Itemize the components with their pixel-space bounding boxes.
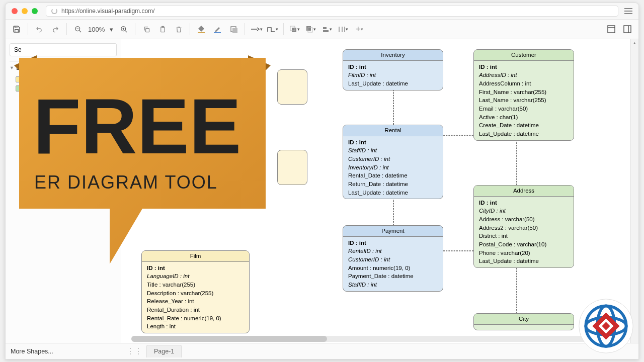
banner-title: FREE bbox=[33, 83, 241, 170]
zoom-dropdown-icon[interactable]: ▾ bbox=[107, 22, 115, 37]
footer: More Shapes... ⋮⋮ Page-1 bbox=[6, 343, 638, 359]
svg-line-1 bbox=[79, 30, 81, 32]
svg-rect-7 bbox=[145, 28, 149, 32]
visual-paradigm-logo-icon bbox=[577, 297, 635, 357]
entity-city-body bbox=[474, 325, 574, 330]
entity-customer[interactable]: Customer ID : intAddressID : intAddressC… bbox=[473, 49, 574, 141]
svg-rect-15 bbox=[292, 28, 296, 32]
url-bar[interactable]: https://online.visual-paradigm.com/ bbox=[46, 6, 618, 17]
entity-hidden-2[interactable] bbox=[277, 150, 307, 185]
page-grip-icon[interactable]: ⋮⋮ bbox=[126, 346, 142, 356]
svg-rect-19 bbox=[323, 27, 327, 29]
redo-button[interactable] bbox=[48, 22, 63, 37]
entity-hidden-1[interactable] bbox=[277, 69, 307, 105]
line-color-button[interactable] bbox=[210, 22, 225, 37]
entity-city[interactable]: City bbox=[473, 313, 574, 330]
svg-rect-20 bbox=[323, 30, 329, 32]
add-button[interactable]: +▾ bbox=[352, 22, 367, 37]
url-text: https://online.visual-paradigm.com/ bbox=[61, 8, 154, 15]
shadow-button[interactable] bbox=[226, 22, 241, 37]
svg-rect-26 bbox=[624, 26, 631, 33]
hamburger-menu-icon[interactable] bbox=[624, 8, 632, 14]
zoom-level[interactable]: 100% bbox=[86, 26, 107, 33]
entity-customer-body: ID : intAddressID : intAddressColumn : i… bbox=[474, 61, 574, 140]
banner-subtitle: ER DIAGRAM TOOL bbox=[34, 172, 218, 193]
to-back-button[interactable]: ▾ bbox=[303, 22, 318, 37]
svg-rect-13 bbox=[232, 28, 237, 33]
more-shapes-button[interactable]: More Shapes... bbox=[6, 343, 121, 359]
svg-rect-11 bbox=[214, 32, 221, 33]
zoom-in-button[interactable] bbox=[116, 22, 131, 37]
save-button[interactable] bbox=[9, 22, 24, 37]
waypoint-button[interactable]: ▾ bbox=[265, 22, 280, 37]
svg-rect-10 bbox=[198, 32, 205, 33]
outline-panel-button[interactable] bbox=[620, 22, 635, 37]
entity-inventory[interactable]: Inventory ID : intFilmID : intLast_Updat… bbox=[343, 49, 443, 90]
entity-rental[interactable]: Rental ID : intStaffID : intCustomerID :… bbox=[343, 125, 443, 199]
entity-payment[interactable]: Payment ID : intRentalID : intCustomerID… bbox=[343, 225, 443, 292]
format-panel-button[interactable] bbox=[604, 22, 619, 37]
connector-type-button[interactable]: ▾ bbox=[249, 22, 264, 37]
paste-button[interactable] bbox=[155, 22, 170, 37]
svg-line-4 bbox=[125, 30, 127, 32]
svg-rect-24 bbox=[608, 26, 615, 33]
align-button[interactable]: ▾ bbox=[319, 22, 335, 37]
svg-rect-17 bbox=[306, 26, 311, 31]
toolbar: 100% ▾ ▾ ▾ ▾ ▾ ▾ ▾ +▾ bbox=[6, 19, 638, 39]
page-tab[interactable]: Page-1 bbox=[146, 345, 182, 357]
fill-color-button[interactable] bbox=[194, 22, 209, 37]
entity-rental-body: ID : intStaffID : intCustomerID : intInv… bbox=[343, 136, 443, 199]
undo-button[interactable] bbox=[32, 22, 47, 37]
maximize-dot[interactable] bbox=[32, 8, 38, 14]
entity-payment-body: ID : intRentalID : intCustomerID : intAm… bbox=[343, 237, 443, 291]
entity-inventory-body: ID : intFilmID : intLast_Update : dateti… bbox=[343, 61, 443, 90]
entity-address-body: ID : intCityID : intAddress : varchar(50… bbox=[474, 197, 574, 267]
entity-address[interactable]: Address ID : intCityID : intAddress : va… bbox=[473, 185, 574, 268]
loading-spinner-icon bbox=[51, 8, 57, 14]
zoom-out-button[interactable] bbox=[70, 22, 86, 37]
distribute-button[interactable]: ▾ bbox=[336, 22, 351, 37]
close-dot[interactable] bbox=[12, 8, 18, 14]
window-bar: https://online.visual-paradigm.com/ bbox=[6, 3, 638, 19]
copy-button[interactable] bbox=[139, 22, 154, 37]
promo-banner: FREE ER DIAGRAM TOOL bbox=[9, 53, 276, 274]
minimize-dot[interactable] bbox=[22, 8, 28, 14]
delete-button[interactable] bbox=[171, 22, 186, 37]
horizontal-scrollbar[interactable] bbox=[131, 336, 620, 342]
to-front-button[interactable]: ▾ bbox=[287, 22, 302, 37]
